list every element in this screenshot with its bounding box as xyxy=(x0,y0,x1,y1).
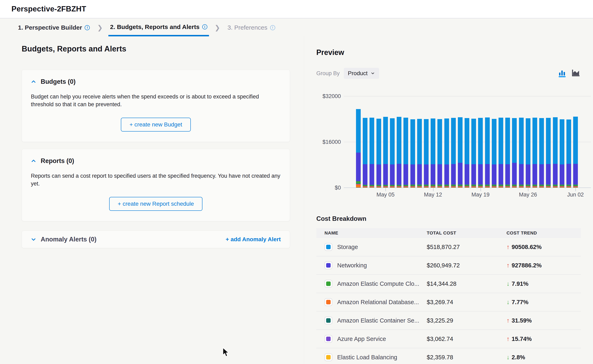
breakdown-title: Cost Breakdown xyxy=(316,215,593,222)
bar-may-21 xyxy=(491,96,498,188)
bar-segment xyxy=(471,187,476,188)
bar-segment xyxy=(363,187,367,188)
reports-card-header[interactable]: Reports (0) xyxy=(31,157,281,165)
bar-segment xyxy=(383,164,388,185)
step-budgets-reports-alerts[interactable]: 2. Budgets, Reports and Alerts i xyxy=(108,19,209,36)
cost-breakdown-table: NAMETOTAL COSTCOST TREND Storage$518,870… xyxy=(316,228,581,364)
bar-segment xyxy=(553,164,558,185)
budgets-card: Budgets (0) Budget can help you receive … xyxy=(22,70,290,142)
column-header: TOTAL COST xyxy=(427,230,506,236)
bar-may-01 xyxy=(355,96,362,188)
reports-description: Reports can send a cost report to specif… xyxy=(31,172,281,188)
row-cost-trend: ↑927886.2% xyxy=(506,262,581,269)
row-name: Networking xyxy=(337,262,367,269)
swatch-color xyxy=(326,245,331,249)
reports-card-title: Reports (0) xyxy=(41,157,74,165)
row-total-cost: $3,269.74 xyxy=(427,299,506,306)
bar-segment xyxy=(499,164,503,185)
bar-segment xyxy=(499,187,503,188)
preview-panel: Preview Group By Product $32000 $16000 $… xyxy=(304,36,593,364)
trend-value: 7.77% xyxy=(512,299,528,306)
bar-may-04 xyxy=(375,96,382,188)
step-preferences[interactable]: 3. Preferences i xyxy=(226,19,277,36)
info-icon[interactable]: i xyxy=(270,25,275,30)
bar-segment xyxy=(390,187,395,188)
swatch-color xyxy=(326,263,331,268)
bar-may-22 xyxy=(498,96,504,188)
create-budget-button[interactable]: + create new Budget xyxy=(121,118,191,131)
swatch-color xyxy=(326,300,331,304)
bar-segment xyxy=(383,187,388,188)
anomaly-card-header[interactable]: Anomaly Alerts (0) xyxy=(31,236,97,243)
name-cell: Elastic Load Balancing xyxy=(325,353,427,361)
create-report-button[interactable]: + create new Report schedule xyxy=(109,197,203,211)
x-axis-tick-label: May 05 xyxy=(376,192,395,198)
chart-plot-area xyxy=(344,96,591,188)
bar-segment xyxy=(458,163,463,185)
bar-segment xyxy=(465,164,469,185)
row-cost-trend: ↓2.8% xyxy=(506,354,581,361)
bar-segment xyxy=(526,164,530,185)
row-cost-trend: ↑15.74% xyxy=(506,335,581,342)
bar-segment xyxy=(451,187,456,188)
bar-segment xyxy=(369,164,374,185)
bar-segment xyxy=(465,118,469,164)
y-axis-label: $32000 xyxy=(316,93,341,99)
row-total-cost: $260,949.72 xyxy=(427,262,506,269)
row-name: Elastic Load Balancing xyxy=(337,354,397,361)
groupby-dropdown[interactable]: Product xyxy=(344,68,379,79)
add-anomaly-alert-link[interactable]: + add Anomaly Alert xyxy=(226,236,281,243)
x-axis-tick xyxy=(433,188,433,191)
series-color-swatch xyxy=(325,298,332,306)
bar-segment xyxy=(519,118,524,164)
bar-segment xyxy=(526,118,530,164)
info-icon[interactable]: i xyxy=(202,24,207,29)
bars-area xyxy=(355,96,579,188)
bar-may-16 xyxy=(457,96,464,188)
bar-segment xyxy=(560,119,564,164)
anomaly-alerts-card: Anomaly Alerts (0) + add Anomaly Alert xyxy=(22,231,290,248)
step-label: 3. Preferences xyxy=(227,24,267,31)
reports-card: Reports (0) Reports can send a cost repo… xyxy=(22,149,290,221)
row-total-cost: $3,062.74 xyxy=(427,336,506,342)
row-cost-trend: ↑90508.62% xyxy=(506,243,581,250)
info-icon[interactable]: i xyxy=(85,25,90,30)
bar-segment xyxy=(363,164,367,185)
budgets-card-header[interactable]: Budgets (0) xyxy=(31,78,281,85)
bar-segment xyxy=(519,164,524,185)
bar-segment xyxy=(397,164,401,185)
swatch-color xyxy=(326,281,331,286)
bar-segment xyxy=(356,187,361,188)
page-title: Perspective-2FBZHT xyxy=(12,5,86,13)
bar-segment xyxy=(478,164,483,185)
groupby-row: Group By Product xyxy=(316,68,593,79)
row-total-cost: $518,870.27 xyxy=(427,244,506,250)
bar-jun-01 xyxy=(565,96,572,188)
swatch-color xyxy=(326,337,331,341)
row-name: Storage xyxy=(337,244,358,250)
table-row: Storage$518,870.27↑90508.62% xyxy=(316,238,581,256)
area-chart-icon[interactable] xyxy=(571,69,580,78)
bar-segment xyxy=(566,164,571,185)
bar-chart-icon[interactable] xyxy=(558,69,567,78)
bar-segment xyxy=(553,187,558,188)
step-perspective-builder[interactable]: 1. Perspective Builder i xyxy=(16,19,91,36)
bar-may-11 xyxy=(423,96,430,188)
trend-value: 90508.62% xyxy=(512,244,542,250)
window-header: Perspective-2FBZHT xyxy=(0,0,593,18)
bar-segment xyxy=(573,187,578,188)
bar-may-15 xyxy=(450,96,457,188)
chevron-up-icon xyxy=(31,158,36,164)
bar-segment xyxy=(573,164,578,185)
bar-may-19 xyxy=(477,96,484,188)
bar-may-29 xyxy=(545,96,552,188)
bar-segment xyxy=(505,164,510,185)
trend-value: 2.8% xyxy=(512,354,525,361)
bar-segment xyxy=(478,187,483,188)
bar-segment xyxy=(356,153,361,181)
bar-segment xyxy=(356,109,361,153)
row-name: Amazon Elastic Container Se... xyxy=(337,317,419,324)
x-axis-tick xyxy=(480,188,481,191)
bar-may-18 xyxy=(470,96,477,188)
section-heading: Budgets, Reports and Alerts xyxy=(22,45,290,53)
